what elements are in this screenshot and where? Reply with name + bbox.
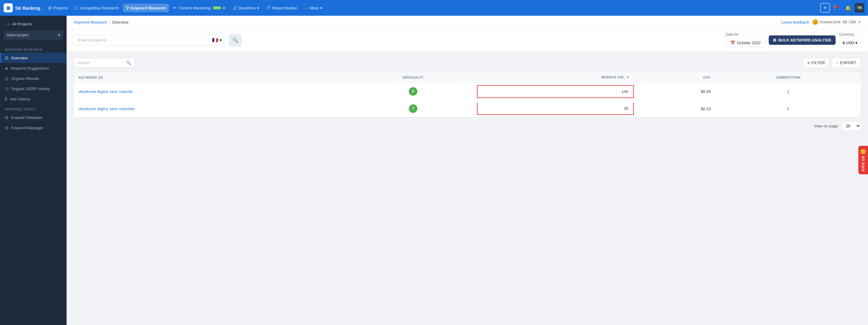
keyword-link[interactable]: doudoune légère sans manches: [79, 106, 135, 111]
sidebar-item-organic-results[interactable]: ◎ Organic Results: [0, 73, 67, 84]
notification-dot: [849, 4, 851, 7]
table-search-input[interactable]: [77, 61, 124, 65]
cpc-cell: $0.49: [634, 83, 716, 100]
difficulty-cell: 7: [349, 100, 477, 118]
sidebar-item-overview[interactable]: ⊡ Overview: [0, 53, 67, 63]
keyword-input[interactable]: [74, 35, 209, 45]
table-body: doudoune legere sans manche 6 140 $0.49 …: [74, 83, 861, 118]
table-section: 🔍 ≡ FILTER ↑ EXPORT KEYWORD (2): [67, 52, 868, 137]
sidebar-item-keyword-manager[interactable]: ⊟ Keyword Manager: [0, 123, 67, 133]
sort-icon: ▾: [627, 75, 629, 79]
content-marketing-icon: ✏: [173, 5, 177, 10]
keyword-input-wrapper: 🇫🇷 ▾: [74, 35, 225, 45]
report-builder-icon: ⏱: [266, 5, 271, 10]
breadcrumb-parent[interactable]: Keyword Research: [74, 20, 107, 25]
chevron-down-icon: ▾: [320, 6, 322, 10]
nav-right-actions: + 🚩 🔔 YK: [820, 3, 864, 13]
nav-item-report-builder[interactable]: ⏱ Report Builder: [263, 4, 300, 12]
chevron-down-icon: ▾: [223, 6, 225, 10]
keywords-table: KEYWORD (2) DIFFICULTY SEARCH VOL. ▾ CPC…: [74, 72, 861, 117]
ads-history-icon: $: [5, 97, 7, 101]
calendar-icon: 📅: [730, 40, 735, 45]
keyword-cell: doudoune legere sans manche: [74, 83, 349, 100]
sidebar: ⌂ All Projects Select project ▾ KEYWORD …: [0, 16, 67, 325]
rate-us-text: RATE US: [861, 156, 865, 171]
sidebar-item-expand-database[interactable]: ⊞ Expand Database: [0, 112, 67, 123]
col-cpc: CPC: [634, 72, 716, 83]
search-vol-cell: 140: [477, 83, 633, 100]
table-toolbar: 🔍 ≡ FILTER ↑ EXPORT: [74, 58, 861, 68]
more-icon: ···: [305, 5, 308, 10]
data-for-group: Data for: 📅 October 2022: [726, 32, 766, 48]
filter-button[interactable]: ≡ FILTER: [803, 58, 829, 68]
currency-label: Currency:: [839, 32, 855, 37]
competitive-research-icon: ⬡: [75, 5, 79, 10]
project-selector[interactable]: Select project ▾: [4, 31, 63, 40]
brand-name: SE Ranking: [15, 5, 40, 10]
view-on-page: View on page: 20 10 50 100: [74, 121, 861, 131]
nav-item-backlinks[interactable]: 🔗 Backlinks ▾: [229, 4, 262, 12]
difficulty-cell: 6: [349, 83, 477, 100]
flag-selector[interactable]: 🇫🇷 ▾: [209, 35, 225, 45]
cpc-cell: $0.13: [634, 100, 716, 118]
table-search-wrapper: 🔍: [74, 58, 134, 67]
search-vol-cell: 30: [477, 100, 633, 118]
keyword-research-icon: ⚲: [126, 5, 129, 10]
search-icon: 🔍: [126, 61, 131, 65]
keyword-cell: doudoune légère sans manches: [74, 100, 349, 118]
chevron-down-icon: ▾: [257, 6, 259, 10]
projects-icon: ⊞: [48, 5, 52, 10]
sidebar-item-organic-serp-history[interactable]: ◷ Organic SERP History: [0, 84, 67, 94]
sidebar-item-keyword-suggestions[interactable]: ◈ Keyword Suggestions: [0, 63, 67, 73]
table-row: doudoune legere sans manche 6 140 $0.49 …: [74, 83, 861, 100]
limit-icon: 🔒: [813, 20, 818, 25]
search-button[interactable]: 🔍: [229, 34, 242, 46]
currency-selector[interactable]: $ USD ▾: [839, 38, 861, 48]
filter-icon: ≡: [807, 61, 810, 65]
col-difficulty: DIFFICULTY: [349, 72, 477, 83]
nav-item-competitive-research[interactable]: ⬡ Competitive Research: [72, 4, 122, 12]
view-on-page-label: View on page:: [814, 124, 839, 128]
search-vol-highlighted: 140: [477, 85, 633, 98]
chevron-down-icon: ▾: [219, 37, 222, 43]
external-link-icon: ↗: [858, 20, 861, 24]
rate-us-button[interactable]: 😊 RATE US: [858, 146, 868, 174]
nav-item-content-marketing[interactable]: ✏ Content Marketing NEW ▾: [170, 4, 228, 12]
nav-item-projects[interactable]: ⊞ Projects: [45, 4, 70, 12]
brand-logo[interactable]: ▦ SE Ranking: [4, 3, 40, 12]
col-keyword: KEYWORD (2): [74, 72, 349, 83]
add-button[interactable]: +: [820, 3, 830, 13]
app-layout: ⌂ All Projects Select project ▾ KEYWORD …: [0, 16, 868, 325]
notifications-button[interactable]: 🔔: [843, 3, 853, 13]
flag-button[interactable]: 🚩: [832, 3, 841, 13]
breadcrumb-bar: Keyword Research › Overview Leave feedba…: [67, 16, 868, 29]
export-icon: ↑: [836, 61, 838, 65]
sidebar-item-ads-history[interactable]: $ Ads History: [0, 94, 67, 104]
breadcrumb-separator: ›: [109, 20, 110, 25]
view-on-page-select[interactable]: 20 10 50 100: [841, 121, 861, 131]
breadcrumb-current: Overview: [112, 20, 128, 25]
search-vol-highlighted: 30: [477, 103, 633, 115]
chevron-down-icon: ▾: [855, 40, 858, 45]
export-button[interactable]: ↑ EXPORT: [832, 58, 861, 68]
user-avatar[interactable]: YK: [855, 3, 864, 13]
expand-database-icon: ⊞: [5, 115, 8, 120]
keyword-research-section-label: KEYWORD RESEARCH: [0, 44, 67, 53]
organic-results-icon: ◎: [5, 76, 8, 81]
col-search-vol[interactable]: SEARCH VOL. ▾: [477, 72, 633, 83]
data-for-label: Data for:: [726, 32, 740, 37]
table-actions: ≡ FILTER ↑ EXPORT: [803, 58, 861, 68]
leave-feedback-link[interactable]: Leave feedback: [781, 20, 809, 25]
bulk-keyword-analysis-button[interactable]: ⊞ BULK KEYWORD ANALYSIS: [769, 35, 835, 45]
nav-item-more[interactable]: ··· More ▾: [302, 4, 326, 12]
keyword-tools-section-label: KEYWORD TOOLS: [0, 104, 67, 112]
date-picker-button[interactable]: 📅 October 2022: [726, 38, 766, 48]
table-row: doudoune légère sans manches 7 30 $0.13 …: [74, 100, 861, 118]
nav-item-keyword-research[interactable]: ⚲ Keyword Research: [123, 4, 169, 12]
competition-cell: 1: [715, 83, 861, 100]
sidebar-item-all-projects[interactable]: ⌂ All Projects: [4, 20, 63, 29]
competition-cell: 1: [715, 100, 861, 118]
keyword-link[interactable]: doudoune legere sans manche: [79, 89, 133, 94]
new-badge: NEW: [213, 6, 221, 10]
rate-us-emoji: 😊: [860, 149, 866, 155]
